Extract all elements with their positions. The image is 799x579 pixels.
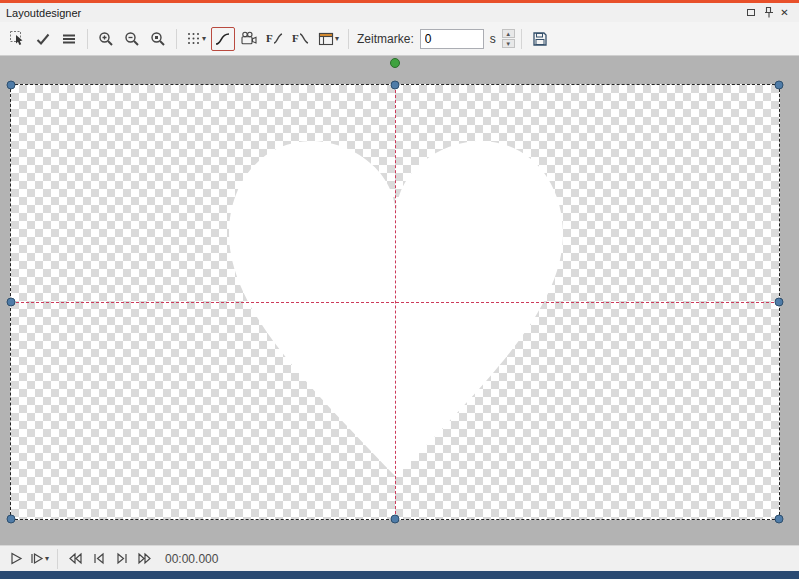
camera-pan-button[interactable]	[237, 27, 261, 51]
transport-bar: ▾ 00:00.000	[0, 545, 799, 571]
heart-shape	[225, 139, 567, 481]
save-icon	[532, 31, 548, 47]
stepper-down-button[interactable]: ▼	[502, 39, 515, 48]
zoom-reset-icon	[150, 31, 166, 47]
layers-icon	[61, 31, 77, 47]
select-tool-button[interactable]	[5, 27, 29, 51]
window-title: Layoutdesigner	[6, 7, 81, 19]
motion-path-icon	[214, 31, 232, 47]
zeitmarke-stepper: ▲ ▼	[502, 29, 515, 48]
fade-out-icon: F	[292, 31, 310, 46]
resize-handle-mid-left[interactable]	[7, 298, 16, 307]
chevron-down-icon: ▾	[335, 35, 339, 43]
close-button[interactable]: ✕	[776, 5, 793, 20]
select-tool-icon	[9, 30, 26, 47]
svg-text:F: F	[266, 32, 273, 44]
timecode-display: 00:00.000	[165, 552, 218, 566]
vertical-center-guide	[395, 85, 396, 519]
fade-out-button[interactable]: F	[289, 27, 313, 51]
play-from-position-button[interactable]: ▾	[29, 549, 50, 569]
play-from-position-icon	[30, 551, 44, 566]
resize-handle-bottom-center[interactable]	[391, 515, 400, 524]
play-button[interactable]	[6, 549, 26, 569]
zoom-out-icon	[124, 31, 140, 47]
fade-in-icon: F	[266, 31, 284, 46]
skip-to-start-button[interactable]	[88, 549, 108, 569]
pin-icon	[762, 6, 774, 19]
save-button[interactable]	[528, 27, 552, 51]
layoutdesigner-window: Layoutdesigner ✕	[0, 0, 799, 579]
stepper-up-button[interactable]: ▲	[502, 29, 515, 38]
rewind-button[interactable]	[65, 549, 85, 569]
chevron-down-icon: ▾	[45, 555, 49, 563]
check-icon	[35, 31, 51, 47]
resize-handle-mid-right[interactable]	[775, 298, 784, 307]
fast-forward-icon	[136, 551, 152, 566]
toolbar-separator	[87, 29, 88, 49]
transport-separator	[57, 549, 58, 569]
svg-text:F: F	[292, 32, 299, 44]
resize-handle-top-left[interactable]	[7, 81, 16, 90]
toolbar-separator	[348, 29, 349, 49]
toolbar-separator	[521, 29, 522, 49]
motion-path-button[interactable]	[211, 27, 235, 51]
resize-handle-top-right[interactable]	[775, 81, 784, 90]
skip-to-end-button[interactable]	[111, 549, 131, 569]
maximize-button[interactable]	[742, 5, 759, 20]
layout-selection[interactable]	[10, 84, 780, 520]
grid-icon	[186, 31, 201, 46]
titlebar[interactable]: Layoutdesigner ✕	[0, 3, 799, 22]
resize-handle-bottom-right[interactable]	[775, 515, 784, 524]
zeitmarke-input[interactable]	[420, 29, 484, 49]
fast-forward-button[interactable]	[134, 549, 154, 569]
toolbar-separator	[176, 29, 177, 49]
object-options-icon	[318, 32, 334, 46]
rewind-icon	[67, 551, 83, 566]
zeitmarke-unit-label: s	[490, 32, 496, 46]
skip-to-end-icon	[114, 551, 129, 566]
object-options-button[interactable]: ▾	[315, 27, 342, 51]
zoom-in-button[interactable]	[94, 27, 118, 51]
layout-canvas[interactable]	[0, 56, 799, 545]
skip-to-start-icon	[91, 551, 106, 566]
chevron-down-icon: ▾	[202, 35, 206, 43]
bottom-status-strip	[0, 571, 799, 579]
rotation-handle[interactable]	[390, 58, 400, 68]
zoom-out-button[interactable]	[120, 27, 144, 51]
fade-in-button[interactable]: F	[263, 27, 287, 51]
play-icon	[9, 551, 24, 566]
camera-icon	[240, 31, 258, 46]
layers-button[interactable]	[57, 27, 81, 51]
zoom-in-icon	[98, 31, 114, 47]
zoom-reset-button[interactable]	[146, 27, 170, 51]
maximize-icon	[747, 9, 755, 16]
main-toolbar: ▾ F F	[0, 22, 799, 56]
pin-button[interactable]	[759, 5, 776, 20]
close-icon: ✕	[780, 7, 788, 18]
zeitmarke-label: Zeitmarke:	[357, 32, 414, 46]
grid-button[interactable]: ▾	[183, 27, 209, 51]
resize-handle-top-center[interactable]	[391, 81, 400, 90]
resize-handle-bottom-left[interactable]	[7, 515, 16, 524]
apply-check-button[interactable]	[31, 27, 55, 51]
